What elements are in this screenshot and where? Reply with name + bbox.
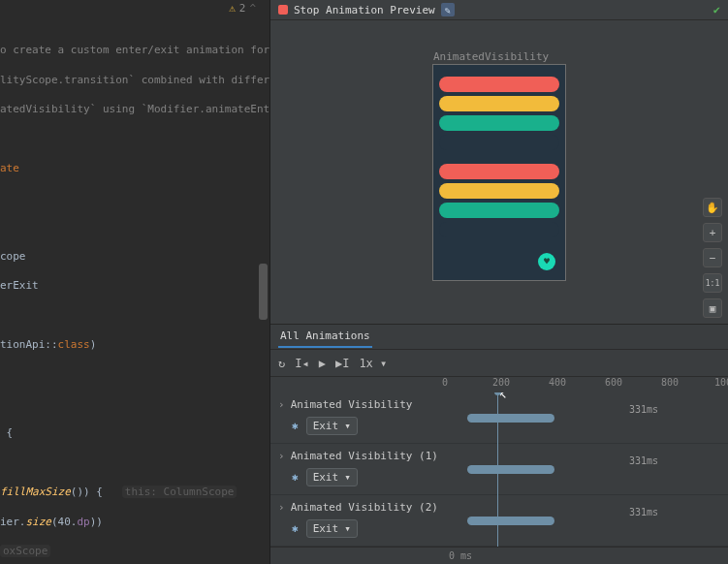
zoom-out-button[interactable]: − xyxy=(703,248,722,267)
go-start-button[interactable]: I◂ xyxy=(295,357,308,370)
edit-icon[interactable]: ✎ xyxy=(441,3,455,16)
code-area[interactable]: o create a custom enter/exit animation f… xyxy=(0,16,269,564)
device-label: AnimatedVisibility xyxy=(433,50,549,63)
chevron-right-icon[interactable]: › xyxy=(278,501,285,514)
tick-label: 0 xyxy=(442,377,448,388)
chevron-down-icon: ▾ xyxy=(344,522,351,535)
preview-stripe xyxy=(439,96,559,111)
tick-label: 600 xyxy=(605,377,622,388)
time-ruler[interactable]: 02004006008001000 xyxy=(445,377,728,392)
go-end-button[interactable]: ▶I xyxy=(335,357,349,370)
preview-stripe xyxy=(439,164,559,179)
loop-button[interactable]: ↻ xyxy=(278,357,285,370)
preview-stripe xyxy=(439,203,559,218)
timeline-footer: 0 ms xyxy=(270,547,728,564)
zoom-in-button[interactable]: + xyxy=(703,223,722,242)
tick-label: 200 xyxy=(492,377,510,388)
state-select[interactable]: Exit▾ xyxy=(306,468,358,486)
timeline-tabbar: All Animations xyxy=(270,325,728,350)
preview-stripe xyxy=(439,222,559,237)
chevron-down-icon: ▾ xyxy=(344,420,351,432)
speed-select[interactable]: 1x ▾ xyxy=(359,357,387,370)
stop-icon[interactable] xyxy=(278,5,288,15)
state-select[interactable]: Exit▾ xyxy=(306,417,358,435)
build-ok-icon: ✔ xyxy=(713,3,720,16)
fab-button[interactable]: ♥ xyxy=(538,253,555,270)
tab-all-animations[interactable]: All Animations xyxy=(278,326,372,348)
pan-button[interactable]: ✋ xyxy=(703,198,722,217)
heart-icon: ♥ xyxy=(544,256,550,266)
preview-stripe xyxy=(439,135,559,150)
animation-row: ›Animated Visibility✱Exit▾331ms xyxy=(270,392,728,444)
chevron-down-icon: ▾ xyxy=(344,471,351,484)
canvas-side-tools: ✋ + − 1:1 ▣ xyxy=(703,198,722,318)
animation-bar[interactable] xyxy=(467,465,554,474)
warning-count: 2 xyxy=(239,2,246,15)
animation-name: Animated Visibility (1) xyxy=(291,450,438,462)
preview-title: Stop Animation Preview xyxy=(294,4,435,16)
preview-canvas[interactable]: AnimatedVisibility ♥ ✋ + − 1:1 ▣ xyxy=(270,20,728,324)
snowflake-icon[interactable]: ✱ xyxy=(292,471,299,484)
animation-row: ›Animated Visibility (1)✱Exit▾331ms xyxy=(270,444,728,495)
animation-name: Animated Visibility xyxy=(291,398,413,411)
zoom-fit-button[interactable]: 1:1 xyxy=(703,273,722,293)
duration-label: 331ms xyxy=(629,507,658,517)
code-editor-pane: ⚠ 2 ^ o create a custom enter/exit anima… xyxy=(0,0,270,564)
play-button[interactable]: ▶ xyxy=(319,357,326,370)
chevron-right-icon[interactable]: › xyxy=(278,450,285,462)
tick-label: 1000 xyxy=(714,377,728,388)
state-select[interactable]: Exit▾ xyxy=(306,519,358,538)
editor-scrollbar-thumb[interactable] xyxy=(259,264,268,320)
snowflake-icon[interactable]: ✱ xyxy=(292,522,299,535)
duration-label: 331ms xyxy=(629,404,658,415)
duration-label: 331ms xyxy=(629,455,658,466)
timeline-rows: ›Animated Visibility✱Exit▾331ms›Animated… xyxy=(270,392,728,547)
layout-bounds-button[interactable]: ▣ xyxy=(703,298,722,318)
tick-label: 800 xyxy=(661,377,679,388)
warning-icon: ⚠ xyxy=(229,2,236,15)
time-readout: 0 ms xyxy=(449,550,472,561)
transport-bar: ↻ I◂ ▶ ▶I 1x ▾ xyxy=(270,350,728,377)
animation-bar[interactable] xyxy=(467,414,554,423)
animation-bar[interactable] xyxy=(467,517,554,525)
chevron-right-icon[interactable]: › xyxy=(278,398,285,411)
animation-timeline: All Animations ↻ I◂ ▶ ▶I 1x ▾ 0200400600… xyxy=(270,324,728,564)
device-frame: AnimatedVisibility ♥ xyxy=(432,64,566,281)
snowflake-icon[interactable]: ✱ xyxy=(292,420,299,432)
editor-inspection-bar: ⚠ 2 ^ xyxy=(0,0,269,16)
preview-pane: Stop Animation Preview ✎ ✔ AnimatedVisib… xyxy=(270,0,728,564)
caret-up-icon: ^ xyxy=(249,2,256,15)
preview-stripe xyxy=(439,77,559,92)
preview-stripe xyxy=(439,183,559,199)
tick-label: 400 xyxy=(549,377,566,388)
animation-name: Animated Visibility (2) xyxy=(291,501,438,514)
preview-stripe xyxy=(439,115,559,131)
animation-row: ›Animated Visibility (2)✱Exit▾331ms xyxy=(270,495,728,547)
preview-toolbar: Stop Animation Preview ✎ ✔ xyxy=(270,0,728,20)
